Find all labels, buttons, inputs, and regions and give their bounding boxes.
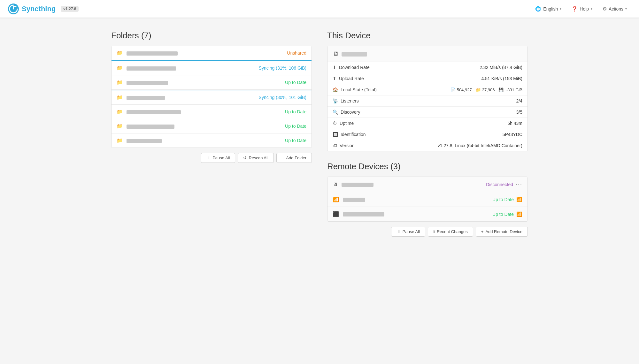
folder-status-6: Up to Date [285, 124, 306, 129]
file-icon: 📄 [450, 87, 456, 92]
remote-device-name-3 [343, 212, 492, 217]
folder-row-5[interactable]: 📁 Up to Date [112, 105, 312, 119]
rescan-all-button[interactable]: ↺ Rescan All [238, 153, 273, 163]
recent-changes-button[interactable]: ℹ Recent Changes [428, 227, 473, 237]
remote-device-icon-3: ⬛ [333, 211, 339, 217]
signal-icon-2: 📶 [516, 197, 522, 202]
stat-row-3: 📡 Listeners 2/4 [327, 95, 527, 107]
remote-device-row-1[interactable]: 🖥 Disconnected ··· [327, 177, 527, 192]
stat-row-5: ⏱ Uptime 5h 43m [327, 118, 527, 129]
remote-status-text-1: Disconnected [486, 182, 513, 187]
folder-status-3: Up to Date [285, 80, 306, 85]
stat-label-text-3: Listeners [341, 98, 359, 103]
english-label: English [543, 6, 558, 11]
remote-device-name-2 [343, 197, 492, 202]
pause-remote-icon: ⏸ [396, 229, 401, 234]
actions-caret: ▾ [625, 7, 627, 11]
pause-all-button[interactable]: ⏸ Pause All [201, 153, 235, 163]
add-remote-device-label: Add Remote Device [485, 229, 522, 234]
folder-icon-1: 📁 [117, 50, 123, 56]
folder-row-6[interactable]: 📁 Up to Date [112, 119, 312, 133]
help-caret: ▾ [591, 7, 592, 11]
device-header: 🖥 [327, 46, 527, 62]
folder-name-3 [127, 80, 285, 85]
folder-status-2: Syncing (31%, 106 GiB) [259, 65, 306, 71]
info-icon: ℹ [433, 229, 435, 234]
two-col-layout: Folders (7) 📁 Unshared 📁 Syncing (31%, 1… [111, 31, 528, 237]
add-folder-label: Add Folder [286, 155, 306, 160]
english-button[interactable]: 🌐 English ▾ [531, 4, 566, 14]
device-stats-table: ⬇ Download Rate 2.32 MiB/s (87.4 GiB) ⬆ … [327, 62, 527, 151]
stat-icon-4: 🔍 [333, 110, 338, 115]
add-folder-button[interactable]: + Add Folder [276, 153, 312, 163]
this-device-title: This Device [327, 31, 528, 41]
stat-value-6: 5P43YDC [400, 129, 527, 140]
navbar: Syncthing v1.27.8 🌐 English ▾ ❓ Help ▾ ⚙… [0, 0, 639, 18]
stat-icon-7: 🏷 [333, 143, 337, 148]
folder-icon-6: 📁 [117, 123, 123, 129]
local-folders: 📁 37,906 [476, 87, 495, 92]
folder-row-3[interactable]: 📁 Up to Date [112, 75, 312, 90]
folder-row-4[interactable]: 📁 Syncing (30%, 101 GiB) [112, 90, 312, 105]
remote-device-name-1 [342, 182, 486, 187]
folders-panel: 📁 Unshared 📁 Syncing (31%, 106 GiB) 📁 Up… [111, 46, 312, 148]
help-label: Help [580, 6, 589, 11]
stat-icon-2: 🏠 [333, 87, 338, 92]
folder-row-1[interactable]: 📁 Unshared [112, 46, 312, 60]
stat-icon-0: ⬇ [333, 65, 336, 70]
stat-label-7: 🏷 Version [333, 143, 395, 148]
folder-icon-7: 📁 [117, 138, 123, 143]
disk-icon: 💾 [498, 87, 504, 92]
remote-device-row-3[interactable]: ⬛ Up to Date 📶 [327, 207, 527, 221]
syncthing-logo [8, 3, 19, 15]
folder-name-1 [127, 50, 287, 56]
pause-all-remote-button[interactable]: ⏸ Pause All [391, 227, 425, 237]
folder-icon-3: 📁 [117, 80, 123, 85]
add-remote-device-button[interactable]: + Add Remote Device [476, 227, 528, 237]
remote-device-icon-2: 📶 [333, 196, 339, 202]
remote-device-status-1: Disconnected ··· [486, 181, 522, 188]
folder-status-7: Up to Date [285, 138, 306, 143]
stat-icon-3: 📡 [333, 98, 338, 103]
stat-label-3: 📡 Listeners [333, 98, 395, 103]
help-button[interactable]: ❓ Help ▾ [567, 4, 597, 14]
folder-name-6 [127, 124, 285, 129]
stat-label-text-6: Identification [341, 132, 366, 137]
folder-status-4: Syncing (30%, 101 GiB) [259, 95, 306, 100]
stat-row-4: 🔍 Discovery 3/5 [327, 107, 527, 118]
gear-icon: ⚙ [603, 6, 607, 12]
remote-status-text-3: Up to Date [492, 212, 514, 217]
plus-icon: + [282, 155, 284, 160]
stat-value-5: 5h 43m [400, 118, 527, 129]
folder-row-7[interactable]: 📁 Up to Date [112, 133, 312, 148]
actions-label: Actions [609, 6, 623, 11]
stat-value-4: 3/5 [400, 107, 527, 118]
stat-row-7: 🏷 Version v1.27.8, Linux (64-bit Intel/A… [327, 140, 527, 151]
pause-icon: ⏸ [206, 155, 211, 160]
stat-value-7: v1.27.8, Linux (64-bit Intel/AMD Contain… [400, 140, 527, 151]
stat-label-4: 🔍 Discovery [333, 110, 395, 115]
device-icon: 🖥 [333, 50, 338, 57]
stat-label-1: ⬆ Upload Rate [333, 76, 395, 81]
pause-all-label: Pause All [212, 155, 230, 160]
device-menu-dots-1[interactable]: ··· [516, 181, 522, 188]
folders-title: Folders (7) [111, 31, 312, 41]
actions-button[interactable]: ⚙ Actions ▾ [598, 4, 631, 14]
remote-devices-panel: 🖥 Disconnected ··· 📶 Up to Date 📶 ⬛ Up t… [327, 177, 528, 222]
app-name: Syncthing [22, 5, 56, 13]
remote-device-icon-1: 🖥 [333, 182, 338, 187]
stat-icon-1: ⬆ [333, 76, 336, 81]
brand: Syncthing v1.27.8 [8, 3, 79, 15]
stat-label-text-1: Upload Rate [339, 76, 364, 81]
remote-device-row-2[interactable]: 📶 Up to Date 📶 [327, 192, 527, 207]
folder-row-2[interactable]: 📁 Syncing (31%, 106 GiB) [112, 60, 312, 75]
folder-actions: ⏸ Pause All ↺ Rescan All + Add Folder [111, 153, 312, 163]
stat-label-5: ⏱ Uptime [333, 121, 395, 126]
remote-device-status-2: Up to Date 📶 [492, 197, 522, 202]
stat-label-2: 🏠 Local State (Total) [333, 87, 395, 92]
stat-row-0: ⬇ Download Rate 2.32 MiB/s (87.4 GiB) [327, 62, 527, 73]
remote-device-status-3: Up to Date 📶 [492, 211, 522, 217]
folders-section: Folders (7) 📁 Unshared 📁 Syncing (31%, 1… [111, 31, 312, 163]
rescan-icon: ↺ [243, 155, 247, 160]
stat-label-text-7: Version [340, 143, 355, 148]
